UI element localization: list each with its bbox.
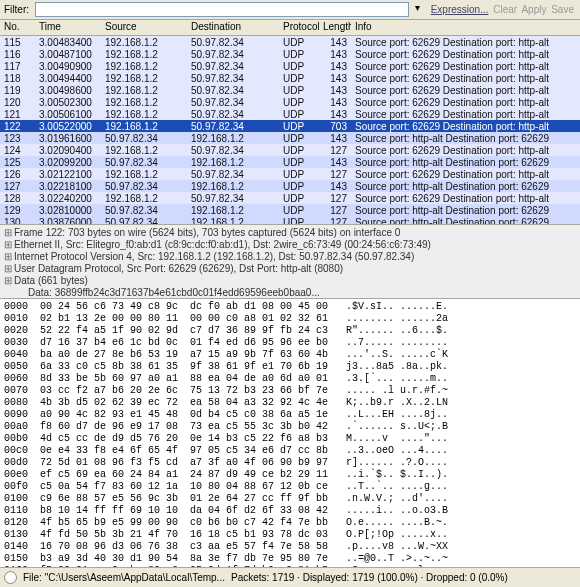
status-bar: File: "C:\Users\Aseem\AppData\Local\Temp… — [0, 567, 580, 587]
tree-line[interactable]: ⊞Internet Protocol Version 4, Src: 192.1… — [4, 251, 576, 263]
packet-row[interactable]: 1213.00506100192.168.1.250.97.82.34UDP14… — [0, 108, 580, 120]
tree-line[interactable]: ⊞Ethernet II, Src: Elitegro_f0:ab:d1 (c8… — [4, 239, 576, 251]
packet-row[interactable]: 1153.00483400192.168.1.250.97.82.34UDP14… — [0, 36, 580, 48]
filter-label: Filter: — [4, 4, 29, 15]
filter-dropdown-icon[interactable]: ▾ — [415, 2, 425, 17]
clear-link[interactable]: Clear — [493, 4, 517, 15]
packet-row[interactable]: 1303.0387600050.97.82.34192.168.1.2UDP12… — [0, 216, 580, 224]
packet-row[interactable]: 1283.02240200192.168.1.250.97.82.34UDP12… — [0, 192, 580, 204]
tree-line[interactable]: ⊞Data (661 bytes) — [4, 275, 576, 287]
packet-row[interactable]: 1203.00502300192.168.1.250.97.82.34UDP14… — [0, 96, 580, 108]
packet-row[interactable]: 1233.0196160050.97.82.34192.168.1.2UDP14… — [0, 132, 580, 144]
status-icon — [4, 571, 17, 584]
packet-row[interactable]: 1293.0281000050.97.82.34192.168.1.2UDP12… — [0, 204, 580, 216]
packet-tree[interactable]: ⊞Frame 122: 703 bytes on wire (5624 bits… — [0, 224, 580, 299]
status-pkts: Packets: 1719 · Displayed: 1719 (100.0%)… — [231, 572, 508, 583]
column-headers: No. Time Source Destination Protocol Len… — [0, 20, 580, 36]
col-length[interactable]: Length — [319, 20, 351, 35]
packet-row[interactable]: 1173.00490900192.168.1.250.97.82.34UDP14… — [0, 60, 580, 72]
tree-line[interactable]: ⊞Frame 122: 703 bytes on wire (5624 bits… — [4, 227, 576, 239]
col-info[interactable]: Info — [351, 20, 580, 35]
tree-line[interactable]: Data: 36899ffb24c3d71637b4e61cbd0c01f4ed… — [4, 287, 576, 299]
hex-dump[interactable]: 0000 00 24 56 c6 73 49 c8 9c dc f0 ab d1… — [0, 299, 580, 567]
packet-row[interactable]: 1193.00498600192.168.1.250.97.82.34UDP14… — [0, 84, 580, 96]
filter-links: Expression... Clear Apply Save — [431, 4, 576, 15]
packet-rows[interactable]: 1153.00483400192.168.1.250.97.82.34UDP14… — [0, 36, 580, 224]
packet-row[interactable]: 1263.02122100192.168.1.250.97.82.34UDP12… — [0, 168, 580, 180]
packet-row[interactable]: 1163.00487100192.168.1.250.97.82.34UDP14… — [0, 48, 580, 60]
col-no[interactable]: No. — [0, 20, 35, 35]
tree-line[interactable]: ⊞User Datagram Protocol, Src Port: 62629… — [4, 263, 576, 275]
status-file: File: "C:\Users\Aseem\AppData\Local\Temp… — [23, 572, 225, 583]
packet-row[interactable]: 1223.00522000192.168.1.250.97.82.34UDP70… — [0, 120, 580, 132]
packet-row[interactable]: 1183.00494400192.168.1.250.97.82.34UDP14… — [0, 72, 580, 84]
col-dest[interactable]: Destination — [187, 20, 279, 35]
packet-row[interactable]: 1273.0221810050.97.82.34192.168.1.2UDP14… — [0, 180, 580, 192]
save-link[interactable]: Save — [551, 4, 574, 15]
expression-link[interactable]: Expression... — [431, 4, 489, 15]
filter-input[interactable] — [35, 2, 409, 17]
packet-list: No. Time Source Destination Protocol Len… — [0, 20, 580, 224]
col-time[interactable]: Time — [35, 20, 101, 35]
packet-row[interactable]: 1243.02090400192.168.1.250.97.82.34UDP12… — [0, 144, 580, 156]
col-proto[interactable]: Protocol — [279, 20, 319, 35]
col-source[interactable]: Source — [101, 20, 187, 35]
packet-row[interactable]: 1253.0209920050.97.82.34192.168.1.2UDP14… — [0, 156, 580, 168]
apply-link[interactable]: Apply — [521, 4, 546, 15]
filter-bar: Filter: ▾ Expression... Clear Apply Save — [0, 0, 580, 20]
